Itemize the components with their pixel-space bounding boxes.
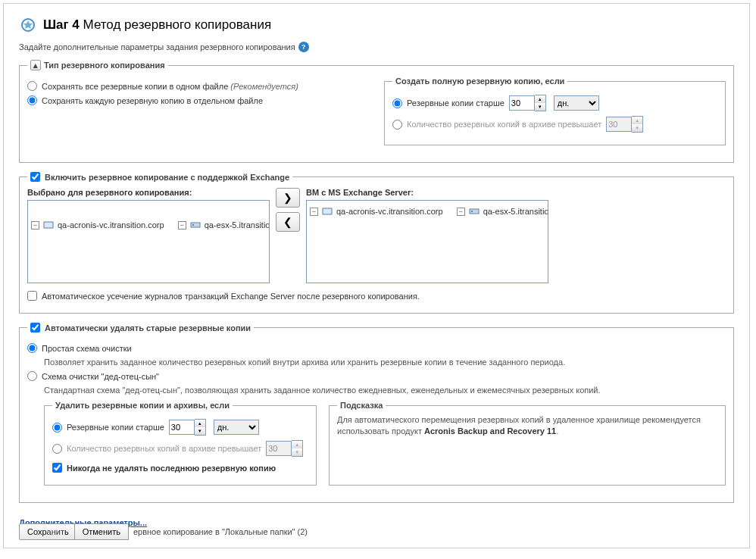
bottom-status-text2: ервное копирование в "Локальные папки" (… [133, 527, 308, 536]
expander-icon[interactable]: − [178, 221, 186, 230]
move-left-button[interactable]: ❮ [276, 212, 300, 232]
radio-delete-count[interactable] [52, 444, 62, 454]
vm-exchange-label: ВМ с MS Exchange Server: [306, 188, 548, 197]
label-older-than[interactable]: Резервные копии старше [407, 98, 505, 108]
spin-up-disabled: ▲ [292, 441, 302, 448]
page-subtitle: Задайте дополнительные параметры задания… [19, 42, 295, 52]
label-truncate-logs[interactable]: Автоматическое усечение журналов транзак… [42, 292, 420, 301]
radio-delete-older[interactable] [52, 423, 62, 433]
input-delete-count [266, 441, 292, 456]
label-count-exceeds[interactable]: Количество резервных копий в архиве прев… [407, 120, 601, 129]
label-separate-files[interactable]: Сохранять каждую резервную копию в отдел… [42, 96, 263, 105]
radio-count-exceeds[interactable] [392, 120, 402, 130]
tree-right[interactable]: −qa-acronis-vc.itransition.corp −qa-esx-… [306, 200, 548, 283]
host-icon [469, 207, 480, 216]
label-never-delete-last[interactable]: Никогда не удалять последнюю резервную к… [67, 464, 276, 473]
tree-left[interactable]: −qa-acronis-vc.itransition.corp −qa-esx-… [27, 200, 270, 283]
delete-conditions-legend: Удалить резервные копии и архивы, если [52, 401, 233, 410]
input-older-days[interactable] [509, 95, 535, 111]
datacenter-icon [322, 207, 333, 216]
expander-icon[interactable]: − [457, 208, 465, 216]
help-icon[interactable]: ? [298, 42, 309, 52]
spin-up[interactable]: ▲ [195, 420, 205, 427]
tree-item[interactable]: qa-esx-5.itransition.corp [482, 207, 548, 216]
page-title: Шаг 4 Метод резервного копирования [43, 17, 271, 33]
svg-rect-1 [44, 222, 53, 228]
svg-rect-11 [471, 211, 473, 212]
hint-text: Для автоматического перемещения резервны… [337, 414, 717, 438]
label-delete-count[interactable]: Количество резервных копий в архиве прев… [67, 444, 261, 453]
exchange-group: Включить резервное копирование с поддерж… [19, 172, 734, 314]
checkbox-exchange-enable[interactable] [30, 172, 40, 182]
full-backup-legend: Создать полную резервную копию, если [392, 77, 567, 86]
gfs-scheme-desc: Стандартная схема "дед-отец-сын", позвол… [44, 386, 726, 395]
selected-for-backup-label: Выбрано для резервного копирования: [27, 188, 270, 197]
svg-rect-9 [323, 208, 332, 214]
label-gfs-scheme[interactable]: Схема очистки "дед-отец-сын" [42, 372, 159, 381]
select-unit-days[interactable]: дн. [554, 95, 599, 111]
spin-down[interactable]: ▼ [535, 103, 545, 111]
radio-single-file[interactable] [27, 81, 37, 91]
radio-separate-files[interactable] [27, 95, 37, 105]
spin-up[interactable]: ▲ [535, 95, 545, 103]
input-count-exceeds [606, 117, 632, 132]
cancel-button[interactable]: Отменить [74, 523, 129, 540]
label-single-file[interactable]: Сохранять все резервные копии в одном фа… [42, 82, 298, 91]
svg-rect-3 [192, 224, 194, 226]
host-icon [190, 220, 201, 230]
radio-older-than[interactable] [392, 98, 402, 108]
delete-conditions-group: Удалить резервные копии и архивы, если Р… [44, 401, 317, 486]
tree-item[interactable]: qa-esx-5.itransition.corp [203, 220, 270, 230]
label-simple-scheme[interactable]: Простая схема очистки [42, 344, 132, 353]
expander-icon[interactable]: − [31, 221, 39, 230]
spin-down-disabled: ▼ [632, 124, 642, 132]
tree-item[interactable]: qa-acronis-vc.itransition.corp [335, 207, 445, 216]
label-delete-older[interactable]: Резервные копии старше [67, 423, 164, 432]
checkbox-auto-cleanup[interactable] [30, 323, 40, 333]
spin-up-disabled: ▲ [632, 117, 642, 124]
wizard-icon [19, 16, 37, 34]
svg-rect-2 [191, 223, 200, 227]
collapse-toggle[interactable]: ▴ [30, 60, 41, 70]
select-delete-unit[interactable]: дн. [214, 420, 259, 435]
cleanup-legend: Автоматически удалять старые резервные к… [45, 323, 251, 333]
cleanup-group: Автоматически удалять старые резервные к… [19, 323, 734, 503]
datacenter-icon [43, 220, 54, 230]
expander-icon[interactable]: − [310, 208, 318, 216]
exchange-legend: Включить резервное копирование с поддерж… [45, 173, 289, 182]
svg-rect-10 [470, 209, 479, 214]
radio-gfs-scheme[interactable] [27, 371, 37, 381]
move-right-button[interactable]: ❯ [276, 188, 300, 208]
backup-type-legend: Тип резервного копирования [44, 61, 165, 70]
input-delete-days[interactable] [169, 420, 195, 435]
full-backup-group: Создать полную резервную копию, если Рез… [384, 77, 726, 145]
save-button[interactable]: Сохранить [19, 523, 77, 540]
checkbox-truncate-logs[interactable] [27, 291, 37, 301]
hint-legend: Подсказка [337, 401, 386, 410]
checkbox-never-delete-last[interactable] [52, 463, 62, 473]
spin-down[interactable]: ▼ [195, 427, 205, 435]
spin-down-disabled: ▼ [292, 448, 302, 456]
backup-type-group: ▴ Тип резервного копирования Сохранять в… [19, 60, 734, 163]
tree-item[interactable]: qa-acronis-vc.itransition.corp [56, 220, 166, 230]
simple-scheme-desc: Позволяет хранить заданное количество ре… [44, 358, 726, 367]
hint-group: Подсказка Для автоматического перемещени… [329, 401, 726, 486]
radio-simple-scheme[interactable] [27, 343, 37, 353]
